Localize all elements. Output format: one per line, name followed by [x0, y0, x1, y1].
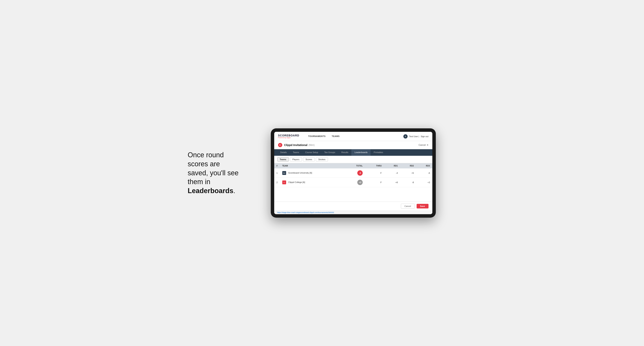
sub-tabs: Teams Players Scores Strokes: [274, 156, 432, 163]
col-total: TOTAL: [344, 163, 365, 169]
team-name: Scoreboard University [A]: [288, 172, 312, 174]
rd2-cell: +5: [400, 169, 416, 178]
intro-line1: Once round: [188, 151, 224, 159]
tab-leaderboards[interactable]: Leaderboards: [351, 149, 370, 156]
nav-teams[interactable]: TEAMS: [329, 132, 343, 141]
intro-line3: saved, you'll see: [188, 169, 238, 177]
tab-course-setup[interactable]: Course Setup: [302, 149, 321, 156]
user-name: Test User |: [409, 135, 419, 138]
team-logo: SU: [282, 171, 286, 175]
rank-cell: 2: [274, 178, 280, 187]
rank-cell: 1: [274, 169, 280, 178]
col-rd2: RD2: [400, 163, 416, 169]
intro-text: Once round scores are saved, you'll see …: [188, 151, 238, 195]
leaderboard-table-wrapper: # TEAM TOTAL THRU RD1 RD2 RD3 1: [274, 163, 432, 201]
intro-line4: them in: [188, 178, 210, 186]
team-name: Clippd College [A]: [288, 181, 305, 183]
col-team: TEAM: [280, 163, 344, 169]
url-text: https://stage-blue-coach.stagescoreboard…: [277, 211, 334, 213]
tournament-name: Clippd Invitational: [284, 144, 308, 147]
avatar: S: [403, 134, 408, 139]
nav-right: S Test User | Sign out: [403, 134, 428, 139]
tab-printables[interactable]: Printables: [370, 149, 386, 156]
cancel-tournament-button[interactable]: Cancel ✕: [418, 144, 428, 146]
nav-items: TOURNAMENTS TEAMS: [305, 132, 343, 141]
table-row: 1 SU Scoreboard University [A] -5 F -4: [274, 169, 432, 178]
url-bar: https://stage-blue-coach.stagescoreboard…: [274, 210, 432, 214]
team-cell: C Clippd College [A]: [280, 178, 344, 187]
rd1-cell: +8: [384, 178, 400, 187]
tab-results[interactable]: Results: [338, 149, 352, 156]
tab-teams[interactable]: Teams: [290, 149, 302, 156]
top-nav: SCOREBOARD Powered by clippd TOURNAMENTS…: [274, 132, 432, 141]
table-row: 2 C Clippd College [A] +3 F +8: [274, 178, 432, 187]
total-cell: +3: [344, 178, 365, 187]
rd1-cell: -4: [384, 169, 400, 178]
thru-cell: F: [365, 169, 384, 178]
thru-cell: F: [365, 178, 384, 187]
logo-subtitle: Powered by clippd: [278, 137, 299, 139]
col-rd1: RD1: [384, 163, 400, 169]
intro-line5-bold: Leaderboards: [188, 187, 233, 195]
rd2-cell: -8: [400, 178, 416, 187]
sign-out-link[interactable]: Sign out: [421, 135, 428, 138]
sub-tab-scores[interactable]: Scores: [303, 157, 314, 162]
tablet-device: SCOREBOARD Powered by clippd TOURNAMENTS…: [271, 128, 436, 218]
save-button[interactable]: Save: [416, 204, 428, 208]
rd3-cell: +3: [416, 178, 432, 187]
score-badge: -5: [357, 170, 363, 176]
total-cell: -5: [344, 169, 365, 178]
team-logo: C: [282, 180, 286, 184]
intro-line2: scores are: [188, 160, 220, 168]
col-thru: THRU: [365, 163, 384, 169]
tab-tee-groups[interactable]: Tee Groups: [321, 149, 338, 156]
score-badge: +3: [357, 180, 363, 185]
sub-tab-teams[interactable]: Teams: [277, 157, 289, 162]
rd3-cell: -6: [416, 169, 432, 178]
tablet-screen: SCOREBOARD Powered by clippd TOURNAMENTS…: [274, 132, 432, 214]
sub-tab-players[interactable]: Players: [290, 157, 302, 162]
intro-period: .: [233, 187, 235, 195]
tournament-header: C Clippd Invitational (Men) Cancel ✕: [274, 141, 432, 149]
main-tabs: Details Teams Course Setup Tee Groups Re…: [274, 149, 432, 156]
logo-title: SCOREBOARD: [278, 134, 299, 137]
logo: SCOREBOARD Powered by clippd: [278, 134, 299, 139]
tournament-icon: C: [278, 143, 282, 147]
col-rd3: RD3: [416, 163, 432, 169]
tab-details[interactable]: Details: [277, 149, 290, 156]
table-header-row: # TEAM TOTAL THRU RD1 RD2 RD3: [274, 163, 432, 169]
col-rank: #: [274, 163, 280, 169]
cancel-button[interactable]: Cancel: [401, 204, 415, 209]
leaderboard-table: # TEAM TOTAL THRU RD1 RD2 RD3 1: [274, 163, 432, 187]
sub-tab-strokes[interactable]: Strokes: [316, 157, 328, 162]
modal-footer: Cancel Save: [274, 201, 432, 210]
tournament-gender: (Men): [308, 144, 314, 146]
nav-tournaments[interactable]: TOURNAMENTS: [305, 132, 329, 141]
team-cell: SU Scoreboard University [A]: [280, 169, 344, 178]
